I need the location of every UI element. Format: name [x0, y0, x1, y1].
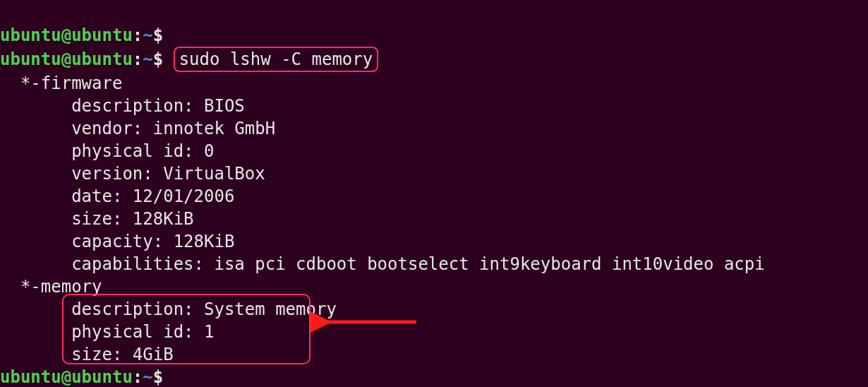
command-text: sudo lshw -C memory: [179, 49, 373, 69]
prompt-path: ~: [143, 49, 152, 69]
prompt-path: ~: [143, 25, 152, 45]
output-line: size: 4GiB: [0, 345, 174, 364]
prompt-symbol: $: [153, 25, 163, 45]
prompt-colon: :: [133, 367, 143, 387]
output-line: description: System memory: [0, 299, 337, 319]
prompt-at: @: [61, 25, 71, 45]
prompt-host: ubuntu: [71, 25, 133, 45]
prompt-colon: :: [133, 49, 143, 69]
prompt-user: ubuntu: [0, 367, 61, 387]
output-line: date: 12/01/2006: [0, 186, 234, 206]
prompt-user: ubuntu: [0, 49, 61, 69]
prompt-colon: :: [133, 25, 143, 45]
prompt-path: ~: [143, 367, 152, 387]
output-line: physical id: 1: [0, 322, 214, 342]
prompt-symbol: $: [153, 49, 163, 69]
prompt-host: ubuntu: [71, 367, 133, 387]
output-line: description: BIOS: [0, 96, 245, 116]
prompt-symbol: $: [153, 367, 163, 387]
prompt-user: ubuntu: [0, 25, 61, 45]
highlighted-command: sudo lshw -C memory: [174, 47, 379, 72]
output-line: version: VirtualBox: [0, 164, 265, 184]
output-line: physical id: 0: [0, 141, 214, 161]
prompt-at: @: [61, 367, 71, 387]
output-line: *-firmware: [0, 73, 122, 93]
output-line: capabilities: isa pci cdboot bootselect …: [0, 254, 765, 274]
terminal[interactable]: ubuntu@ubuntu:~$ ubuntu@ubuntu:~$ sudo l…: [0, 0, 868, 387]
output-line: size: 128KiB: [0, 209, 194, 229]
output-line: vendor: innotek GmbH: [0, 119, 275, 138]
output-line: capacity: 128KiB: [0, 232, 234, 251]
prompt-host: ubuntu: [71, 49, 133, 69]
output-line: *-memory: [0, 277, 102, 297]
prompt-at: @: [61, 49, 71, 69]
